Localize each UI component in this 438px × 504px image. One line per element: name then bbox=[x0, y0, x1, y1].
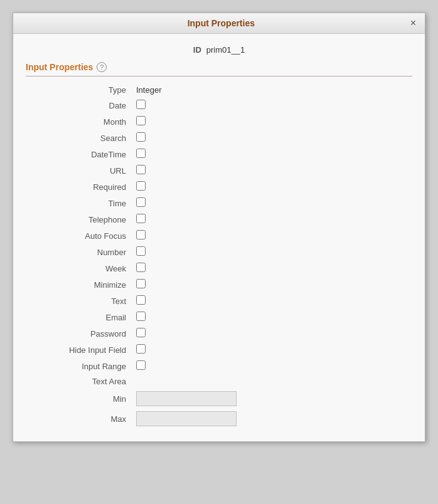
table-row: DateTime bbox=[26, 146, 412, 162]
checkbox-minimize[interactable] bbox=[136, 279, 146, 288]
field-label: Type bbox=[26, 83, 132, 97]
field-label: Max bbox=[26, 409, 132, 429]
checkbox-url[interactable] bbox=[136, 165, 146, 174]
checkbox-hide-input-field[interactable] bbox=[136, 344, 146, 354]
table-row: Search bbox=[26, 130, 412, 146]
dialog-title: Input Properties bbox=[33, 18, 409, 28]
checkbox-time[interactable] bbox=[136, 197, 146, 207]
table-row: Min bbox=[26, 389, 412, 409]
field-label: Email bbox=[26, 309, 132, 325]
table-row: TypeInteger bbox=[26, 83, 412, 97]
field-label: Hide Input Field bbox=[26, 342, 132, 358]
checkbox-month[interactable] bbox=[136, 116, 146, 125]
type-value: Integer bbox=[132, 83, 412, 97]
table-row: Hide Input Field bbox=[26, 342, 412, 358]
table-row: Week bbox=[26, 260, 412, 276]
checkbox-password[interactable] bbox=[136, 328, 146, 337]
checkbox-input-range[interactable] bbox=[136, 360, 146, 370]
table-row: Required bbox=[26, 179, 412, 195]
field-label: Text Area bbox=[26, 374, 132, 389]
id-value: prim01__1 bbox=[206, 45, 245, 55]
input-properties-dialog: Input Properties × ID prim01__1 Input Pr… bbox=[13, 13, 425, 442]
table-row: URL bbox=[26, 162, 412, 179]
table-row: Email bbox=[26, 309, 412, 325]
properties-table: TypeIntegerDateMonthSearchDateTimeURLReq… bbox=[26, 83, 412, 429]
min-input[interactable] bbox=[136, 391, 237, 406]
field-label: Text bbox=[26, 293, 132, 309]
field-label: Month bbox=[26, 113, 132, 130]
table-row: Max bbox=[26, 409, 412, 429]
field-label: Required bbox=[26, 179, 132, 195]
field-label: Number bbox=[26, 244, 132, 260]
field-label: Search bbox=[26, 130, 132, 146]
field-label: Telephone bbox=[26, 211, 132, 228]
checkbox-telephone[interactable] bbox=[136, 214, 146, 223]
field-label: DateTime bbox=[26, 146, 132, 162]
checkbox-required[interactable] bbox=[136, 181, 146, 191]
table-row: Text bbox=[26, 293, 412, 309]
id-label: ID bbox=[193, 45, 201, 55]
help-icon[interactable]: ? bbox=[97, 62, 107, 72]
section-header: Input Properties ? bbox=[26, 62, 412, 76]
table-row: Text Area bbox=[26, 374, 412, 389]
close-button[interactable]: × bbox=[409, 18, 417, 28]
checkbox-text[interactable] bbox=[136, 295, 146, 305]
table-row: Number bbox=[26, 244, 412, 260]
table-row: Date bbox=[26, 97, 412, 113]
field-label: Min bbox=[26, 389, 132, 409]
field-label: Password bbox=[26, 325, 132, 342]
checkbox-datetime[interactable] bbox=[136, 149, 146, 158]
checkbox-auto-focus[interactable] bbox=[136, 230, 146, 239]
table-row: Auto Focus bbox=[26, 228, 412, 244]
max-input[interactable] bbox=[136, 411, 237, 426]
field-label: Date bbox=[26, 97, 132, 113]
table-row: Minimize bbox=[26, 276, 412, 293]
table-row: Input Range bbox=[26, 358, 412, 374]
checkbox-date[interactable] bbox=[136, 100, 146, 109]
field-label: Minimize bbox=[26, 276, 132, 293]
id-row: ID prim01__1 bbox=[26, 40, 412, 62]
checkbox-week[interactable] bbox=[136, 263, 146, 272]
field-label: Time bbox=[26, 195, 132, 211]
table-row: Password bbox=[26, 325, 412, 342]
table-row: Month bbox=[26, 113, 412, 130]
title-bar: Input Properties × bbox=[13, 13, 425, 34]
section-title: Input Properties bbox=[26, 62, 93, 72]
checkbox-search[interactable] bbox=[136, 132, 146, 142]
table-row: Time bbox=[26, 195, 412, 211]
field-label: Week bbox=[26, 260, 132, 276]
checkbox-number[interactable] bbox=[136, 246, 146, 256]
field-label: URL bbox=[26, 162, 132, 179]
field-label: Auto Focus bbox=[26, 228, 132, 244]
table-row: Telephone bbox=[26, 211, 412, 228]
field-label: Input Range bbox=[26, 358, 132, 374]
dialog-body: ID prim01__1 Input Properties ? TypeInte… bbox=[13, 34, 425, 441]
checkbox-email[interactable] bbox=[136, 312, 146, 321]
